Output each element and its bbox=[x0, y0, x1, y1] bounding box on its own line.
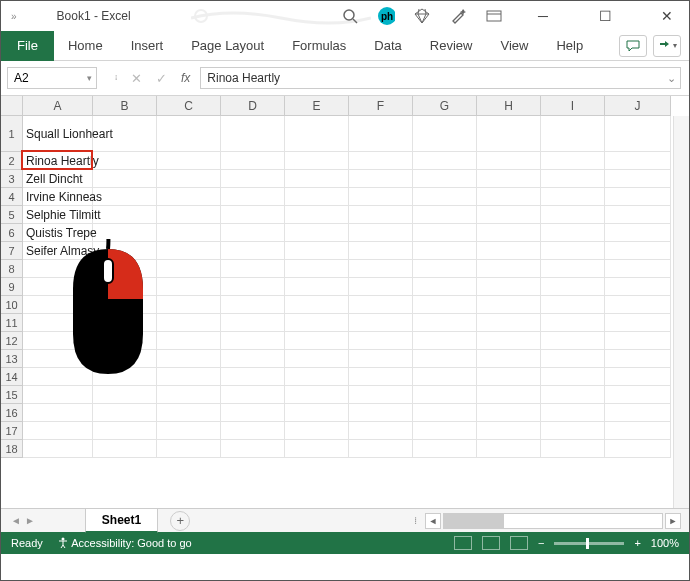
chevron-right-icon[interactable]: » bbox=[11, 11, 17, 22]
cell-A10[interactable] bbox=[23, 296, 93, 314]
cell-G14[interactable] bbox=[413, 368, 477, 386]
cell-F6[interactable] bbox=[349, 224, 413, 242]
col-header-C[interactable]: C bbox=[157, 96, 221, 116]
cell-E14[interactable] bbox=[285, 368, 349, 386]
cell-C8[interactable] bbox=[157, 260, 221, 278]
cell-J2[interactable] bbox=[605, 152, 671, 170]
enter-icon[interactable]: ✓ bbox=[156, 71, 167, 86]
cell-H10[interactable] bbox=[477, 296, 541, 314]
cell-J13[interactable] bbox=[605, 350, 671, 368]
cell-C1[interactable] bbox=[157, 116, 221, 152]
cell-B8[interactable] bbox=[93, 260, 157, 278]
select-all-corner[interactable] bbox=[1, 96, 23, 116]
hscroll-right[interactable]: ► bbox=[665, 513, 681, 529]
cell-I17[interactable] bbox=[541, 422, 605, 440]
cell-G3[interactable] bbox=[413, 170, 477, 188]
cell-C10[interactable] bbox=[157, 296, 221, 314]
cell-J14[interactable] bbox=[605, 368, 671, 386]
cell-H3[interactable] bbox=[477, 170, 541, 188]
cell-I15[interactable] bbox=[541, 386, 605, 404]
cell-A1[interactable]: Squall Lionheart bbox=[23, 116, 93, 152]
cell-H1[interactable] bbox=[477, 116, 541, 152]
row-header-13[interactable]: 13 bbox=[1, 350, 23, 368]
row-header-11[interactable]: 11 bbox=[1, 314, 23, 332]
cell-G10[interactable] bbox=[413, 296, 477, 314]
col-header-B[interactable]: B bbox=[93, 96, 157, 116]
cell-F17[interactable] bbox=[349, 422, 413, 440]
cell-F1[interactable] bbox=[349, 116, 413, 152]
cell-J18[interactable] bbox=[605, 440, 671, 458]
cell-J10[interactable] bbox=[605, 296, 671, 314]
cell-D11[interactable] bbox=[221, 314, 285, 332]
cell-C9[interactable] bbox=[157, 278, 221, 296]
cell-F10[interactable] bbox=[349, 296, 413, 314]
close-button[interactable]: ✕ bbox=[645, 1, 689, 31]
row-header-8[interactable]: 8 bbox=[1, 260, 23, 278]
view-page-layout-icon[interactable] bbox=[482, 536, 500, 550]
cell-D6[interactable] bbox=[221, 224, 285, 242]
cell-F16[interactable] bbox=[349, 404, 413, 422]
cell-E18[interactable] bbox=[285, 440, 349, 458]
cell-H8[interactable] bbox=[477, 260, 541, 278]
cell-G5[interactable] bbox=[413, 206, 477, 224]
cell-C2[interactable] bbox=[157, 152, 221, 170]
cell-H4[interactable] bbox=[477, 188, 541, 206]
horizontal-scrollbar[interactable] bbox=[443, 513, 663, 529]
cell-B16[interactable] bbox=[93, 404, 157, 422]
cell-C18[interactable] bbox=[157, 440, 221, 458]
zoom-slider[interactable] bbox=[554, 542, 624, 545]
cell-E1[interactable] bbox=[285, 116, 349, 152]
cell-J7[interactable] bbox=[605, 242, 671, 260]
cell-C16[interactable] bbox=[157, 404, 221, 422]
cell-A14[interactable] bbox=[23, 368, 93, 386]
cell-J11[interactable] bbox=[605, 314, 671, 332]
cell-F2[interactable] bbox=[349, 152, 413, 170]
cell-E17[interactable] bbox=[285, 422, 349, 440]
cell-H17[interactable] bbox=[477, 422, 541, 440]
cell-D13[interactable] bbox=[221, 350, 285, 368]
cell-A5[interactable]: Selphie Tilmitt bbox=[23, 206, 93, 224]
cell-A3[interactable]: Zell Dincht bbox=[23, 170, 93, 188]
cell-A12[interactable] bbox=[23, 332, 93, 350]
add-sheet-button[interactable]: + bbox=[170, 511, 190, 531]
tab-review[interactable]: Review bbox=[416, 31, 487, 61]
tab-insert[interactable]: Insert bbox=[117, 31, 178, 61]
cell-B13[interactable] bbox=[93, 350, 157, 368]
cell-I6[interactable] bbox=[541, 224, 605, 242]
cell-I10[interactable] bbox=[541, 296, 605, 314]
cell-I7[interactable] bbox=[541, 242, 605, 260]
row-header-2[interactable]: 2 bbox=[1, 152, 23, 170]
cell-B11[interactable] bbox=[93, 314, 157, 332]
cell-I14[interactable] bbox=[541, 368, 605, 386]
cell-F7[interactable] bbox=[349, 242, 413, 260]
cell-H12[interactable] bbox=[477, 332, 541, 350]
row-header-12[interactable]: 12 bbox=[1, 332, 23, 350]
cell-H18[interactable] bbox=[477, 440, 541, 458]
cell-H13[interactable] bbox=[477, 350, 541, 368]
cell-G2[interactable] bbox=[413, 152, 477, 170]
cell-F15[interactable] bbox=[349, 386, 413, 404]
cancel-icon[interactable]: ✕ bbox=[131, 71, 142, 86]
share-button[interactable]: ▾ bbox=[653, 35, 681, 57]
cell-F8[interactable] bbox=[349, 260, 413, 278]
cell-I3[interactable] bbox=[541, 170, 605, 188]
row-header-4[interactable]: 4 bbox=[1, 188, 23, 206]
cell-E5[interactable] bbox=[285, 206, 349, 224]
file-tab[interactable]: File bbox=[1, 31, 54, 61]
cell-I16[interactable] bbox=[541, 404, 605, 422]
cell-A17[interactable] bbox=[23, 422, 93, 440]
search-icon[interactable] bbox=[341, 7, 359, 25]
cell-G11[interactable] bbox=[413, 314, 477, 332]
cell-G17[interactable] bbox=[413, 422, 477, 440]
cell-B18[interactable] bbox=[93, 440, 157, 458]
cell-B6[interactable] bbox=[93, 224, 157, 242]
row-header-14[interactable]: 14 bbox=[1, 368, 23, 386]
row-header-9[interactable]: 9 bbox=[1, 278, 23, 296]
col-header-I[interactable]: I bbox=[541, 96, 605, 116]
cell-D1[interactable] bbox=[221, 116, 285, 152]
cell-H9[interactable] bbox=[477, 278, 541, 296]
col-header-E[interactable]: E bbox=[285, 96, 349, 116]
cell-J16[interactable] bbox=[605, 404, 671, 422]
cell-I11[interactable] bbox=[541, 314, 605, 332]
tab-help[interactable]: Help bbox=[542, 31, 597, 61]
